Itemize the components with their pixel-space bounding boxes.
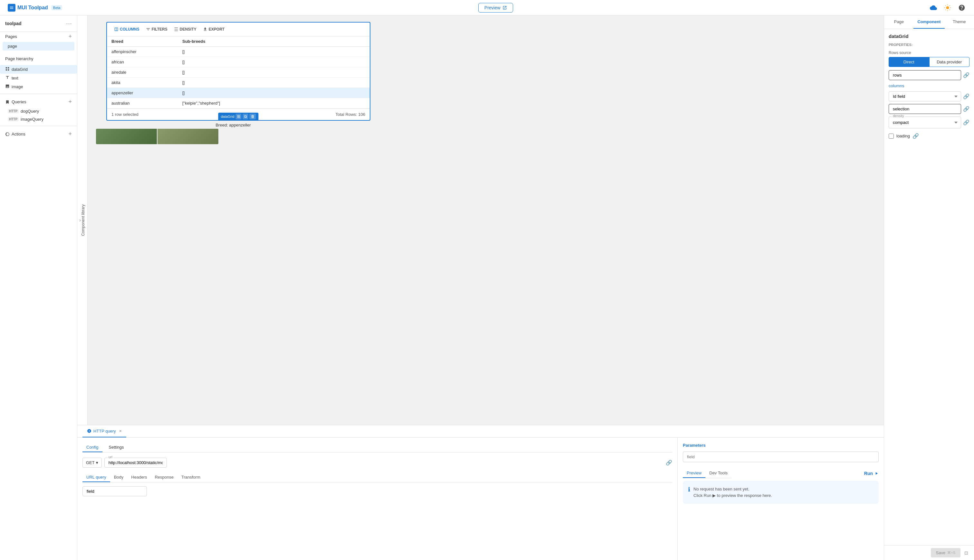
density-select[interactable]: compact standard comfortable [889, 117, 961, 128]
breed-image-right [157, 129, 218, 144]
topbar-center: Preview [478, 3, 513, 13]
url-label: url [108, 455, 114, 459]
minimize-icon[interactable]: ⊡ [963, 549, 969, 557]
url-subtabs: URL query Body Headers Response Transfor… [82, 473, 672, 482]
save-button[interactable]: Save ⌘+S [931, 548, 961, 557]
add-query-button[interactable]: + [68, 98, 72, 105]
url-link-icon[interactable]: 🔗 [666, 460, 672, 466]
image-icon [5, 84, 10, 90]
tab-page[interactable]: Page [884, 15, 914, 28]
component-delete-icon[interactable]: 🗑 [250, 113, 256, 119]
query-item-dog[interactable]: HTTP dogQuery [0, 107, 77, 115]
method-value: GET [86, 460, 95, 465]
query-panel: Config Settings GET ▾ url 🔗 [77, 438, 884, 560]
no-request-box: ℹ No request has been sent yet. Click Ru… [683, 481, 879, 504]
table-row[interactable]: african [] [107, 57, 370, 67]
hierarchy-item-image[interactable]: image [0, 82, 77, 91]
toolbar-export-button[interactable]: EXPORT [200, 26, 227, 33]
http-badge-dog: HTTP [8, 109, 19, 113]
preview-tab-devtools[interactable]: Dev Tools [705, 468, 732, 478]
add-page-button[interactable]: + [68, 33, 72, 40]
tab-theme[interactable]: Theme [945, 15, 974, 28]
method-select[interactable]: GET ▾ [82, 458, 102, 468]
table-row[interactable]: australian ["kelpie","shepherd"] [107, 98, 370, 108]
url-query-field-input[interactable] [82, 486, 147, 496]
actions-label: Actions [12, 132, 25, 137]
rows-link-icon[interactable]: 🔗 [963, 72, 969, 78]
tab-close-button[interactable]: × [119, 428, 122, 433]
rows-input[interactable] [889, 70, 961, 80]
hierarchy-item-datagrid[interactable]: dataGrid [0, 65, 77, 74]
loading-link-icon[interactable]: 🔗 [912, 133, 919, 139]
columns-link[interactable]: columns [889, 83, 969, 88]
table-row[interactable]: akita [] [107, 78, 370, 88]
table-row[interactable]: airedale [] [107, 67, 370, 78]
hierarchy-item-text[interactable]: text [0, 74, 77, 82]
tab-component[interactable]: Component [914, 15, 944, 28]
actions-section: Actions + [0, 126, 77, 142]
rows-selected-count: 1 row selected [112, 112, 139, 117]
selection-input[interactable] [889, 104, 961, 114]
selection-link-icon[interactable]: 🔗 [963, 106, 969, 112]
table-row-selected[interactable]: appenzeller [] [107, 88, 370, 98]
canvas: › Component library COLUMNS FILTERS [77, 15, 884, 425]
toolbar-columns-button[interactable]: COLUMNS [112, 26, 142, 33]
tab-http-query[interactable]: HTTP query × [82, 425, 126, 437]
http-badge-image: HTTP [8, 117, 19, 121]
datagrid-component: COLUMNS FILTERS DENSITY EXPORT [106, 22, 371, 121]
cloud-icon[interactable] [929, 3, 938, 12]
subtab-url-query[interactable]: URL query [82, 473, 110, 482]
hierarchy-item-image-label: image [12, 84, 23, 89]
http-query-tab-label: HTTP query [94, 429, 116, 433]
sun-icon[interactable] [943, 3, 952, 12]
component-settings-icon[interactable]: ⊞ [236, 113, 242, 119]
url-input[interactable] [104, 458, 167, 468]
hierarchy-item-datagrid-label: dataGrid [12, 67, 28, 72]
source-direct-button[interactable]: Direct [889, 57, 929, 67]
bottom-panel: HTTP query × Config Settings GET ▾ [77, 425, 884, 560]
id-field-select[interactable]: Id field [889, 92, 961, 102]
subtab-headers[interactable]: Headers [127, 473, 151, 482]
subtab-response[interactable]: Response [151, 473, 177, 482]
hierarchy-item-text-label: text [12, 76, 18, 80]
preview-button[interactable]: Preview [478, 3, 513, 13]
param-field-input[interactable] [683, 452, 879, 462]
topbar-right [929, 3, 966, 12]
toolbar-filters-button[interactable]: FILTERS [143, 26, 170, 33]
sidebar-item-page[interactable]: page [3, 42, 74, 50]
config-tab-config[interactable]: Config [82, 443, 102, 452]
url-input-wrapper: url [104, 458, 663, 468]
query-image-label: imageQuery [21, 117, 43, 122]
actions-header: Actions + [0, 129, 77, 139]
toolbar-filters-label: FILTERS [152, 27, 167, 32]
help-icon[interactable] [957, 3, 966, 12]
datagrid-toolbar: COLUMNS FILTERS DENSITY EXPORT [107, 23, 370, 37]
id-field-link-icon[interactable]: 🔗 [963, 93, 969, 100]
content-area: › Component library COLUMNS FILTERS [77, 15, 884, 560]
query-dog-label: dogQuery [21, 109, 39, 113]
toolbar-density-button[interactable]: DENSITY [171, 26, 199, 33]
run-button[interactable]: Run [864, 471, 879, 476]
preview-tab-preview[interactable]: Preview [683, 468, 705, 478]
add-action-button[interactable]: + [68, 131, 72, 137]
preview-label: Preview [484, 5, 501, 10]
density-link-icon[interactable]: 🔗 [963, 119, 969, 125]
cell-sub-breeds: [] [182, 70, 365, 75]
subtab-transform[interactable]: Transform [177, 473, 204, 482]
config-tab-settings[interactable]: Settings [105, 443, 128, 452]
properties-section: PROPERTIES: [889, 43, 969, 47]
config-tabs: Config Settings [82, 443, 672, 453]
pages-section-header: Pages + [0, 32, 77, 41]
loading-checkbox[interactable] [889, 133, 894, 139]
right-footer: Save ⌘+S ⊡ [884, 545, 974, 560]
source-data-provider-button[interactable]: Data provider [929, 57, 970, 67]
table-row[interactable]: affenpinscher [] [107, 47, 370, 57]
sidebar-menu-icon[interactable]: ⋯ [66, 20, 72, 27]
query-item-image[interactable]: HTTP imageQuery [0, 115, 77, 123]
cell-sub-breeds: ["kelpie","shepherd"] [182, 101, 365, 105]
component-library-tab[interactable]: › Component library [77, 15, 88, 425]
cell-sub-breeds: [] [182, 80, 365, 85]
component-copy-icon[interactable]: ⧉ [243, 113, 248, 119]
cell-sub-breeds: [] [182, 49, 365, 54]
subtab-body[interactable]: Body [110, 473, 127, 482]
